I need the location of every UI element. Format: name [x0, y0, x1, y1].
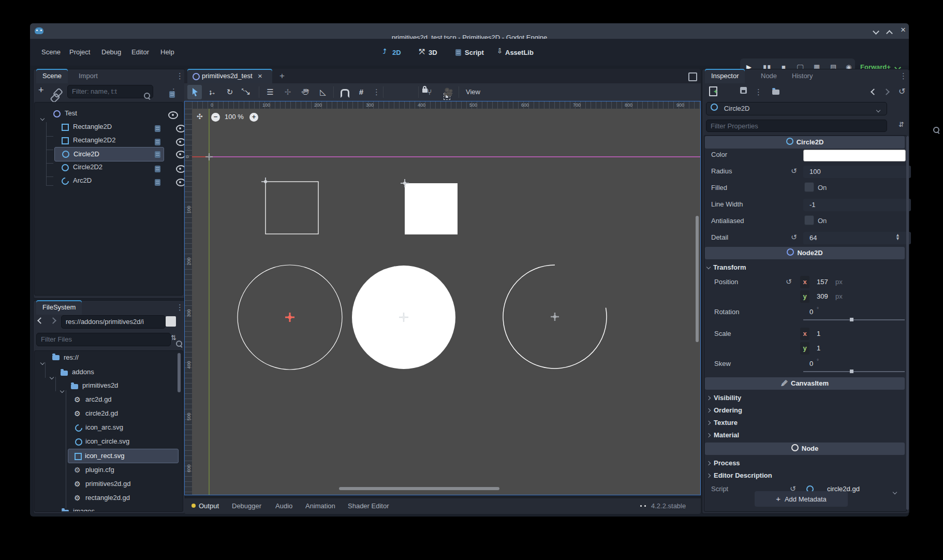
focus-selection-icon[interactable]: ✣: [197, 112, 203, 121]
script-attached-icon[interactable]: [155, 166, 160, 172]
rotation-slider[interactable]: [803, 319, 905, 320]
load-resource-icon[interactable]: [772, 90, 779, 95]
menu-help[interactable]: Help: [158, 46, 176, 58]
fs-back-icon[interactable]: [38, 317, 43, 325]
scale-tool-icon[interactable]: ↘↖: [242, 85, 253, 99]
tab-filesystem[interactable]: FileSystem: [36, 300, 82, 315]
tab-history[interactable]: History: [786, 69, 819, 83]
fs-row-rectangle2d-gd[interactable]: ⚙ rectangle2d.gd: [35, 491, 183, 505]
filled-checkbox[interactable]: [804, 182, 814, 192]
save-icon[interactable]: [740, 87, 747, 94]
object-history-icon[interactable]: ↺: [898, 86, 905, 96]
rotation-value[interactable]: 0: [809, 308, 813, 316]
circle2d-selected-gizmo[interactable]: [285, 313, 294, 322]
section-node[interactable]: Node: [705, 443, 905, 455]
rectangle2d2-shape[interactable]: [405, 183, 458, 234]
skew-slider[interactable]: [803, 371, 905, 372]
tab-import[interactable]: Import: [72, 69, 104, 83]
fs-row-icon-arc-svg[interactable]: icon_arc.svg: [35, 421, 183, 434]
group-editor-description[interactable]: Editor Description: [707, 469, 772, 482]
minimize-icon[interactable]: [874, 27, 880, 34]
scene-filter-input[interactable]: Filter: name, t:t: [67, 85, 153, 98]
bottom-tab-shader-editor[interactable]: Shader Editor: [348, 498, 389, 514]
fs-sort-icon[interactable]: ⇅: [171, 334, 176, 342]
bottom-tab-debugger[interactable]: Debugger: [232, 498, 261, 514]
menu-project[interactable]: Project: [67, 46, 92, 58]
switcher-assetlib[interactable]: AssetLib: [505, 47, 534, 58]
maximize-icon[interactable]: [887, 30, 893, 36]
history-forward-icon[interactable]: [884, 88, 889, 96]
section-node2d[interactable]: Node2D: [705, 247, 905, 259]
scale-x-value[interactable]: 1: [817, 330, 820, 337]
position-x-value[interactable]: 157: [817, 278, 828, 286]
canvas-vscrollbar[interactable]: [696, 216, 699, 342]
inspector-toolbar-menu-icon[interactable]: ⋮: [755, 89, 762, 96]
canvas-hscrollbar[interactable]: [339, 487, 499, 490]
zoom-level[interactable]: 100 %: [225, 113, 244, 121]
fs-scrollbar[interactable]: [178, 353, 181, 392]
fs-forward-icon[interactable]: [51, 317, 55, 325]
scene-tree-menu-icon[interactable]: ⋮: [170, 88, 178, 95]
arc2d-position-gizmo[interactable]: [551, 313, 559, 321]
switcher-3d[interactable]: 3D: [429, 47, 437, 58]
list-select-tool-icon[interactable]: ☰: [265, 85, 275, 99]
fs-row-plugin-cfg[interactable]: ⚙ plugin.cfg: [35, 463, 183, 477]
skew-value[interactable]: 0: [809, 360, 813, 367]
group-ordering[interactable]: Ordering: [707, 404, 742, 417]
detail-spinner-icon[interactable]: ▲▼: [895, 233, 900, 241]
menu-scene[interactable]: Scene: [39, 46, 63, 58]
inspector-dock-menu-icon[interactable]: ⋮: [900, 72, 907, 80]
radius-field[interactable]: 100: [803, 166, 911, 178]
fs-path-input[interactable]: res://addons/primitives2d/i: [61, 315, 166, 329]
script-attached-icon[interactable]: [155, 151, 160, 158]
skew-slider-handle[interactable]: [850, 370, 853, 373]
fs-row-primitives2d[interactable]: primitives2d: [35, 379, 183, 392]
tree-row-rectangle2d[interactable]: Rectangle2D: [35, 120, 183, 134]
rectangle2d-shape[interactable]: [266, 182, 318, 234]
script-chevron-icon[interactable]: [893, 488, 896, 495]
fs-row-images[interactable]: images: [35, 505, 183, 511]
tree-row-rectangle2d2[interactable]: Rectangle2D2: [35, 134, 183, 147]
switcher-script[interactable]: Script: [465, 47, 484, 58]
snap-options-icon[interactable]: ⋮: [373, 89, 380, 96]
bottom-tab-animation[interactable]: Animation: [305, 498, 335, 514]
zoom-in-button[interactable]: +: [249, 113, 258, 122]
position-y-value[interactable]: 309: [817, 292, 828, 300]
switcher-2d[interactable]: 2D: [392, 47, 401, 58]
expand-viewport-icon[interactable]: [688, 72, 697, 81]
line-width-field[interactable]: -1: [803, 199, 911, 211]
inspector-scrollbar[interactable]: [906, 136, 909, 510]
bottom-tab-audio[interactable]: Audio: [275, 498, 292, 514]
ruler-tool-icon[interactable]: ◺: [318, 85, 328, 99]
antialiased-checkbox[interactable]: [804, 215, 814, 225]
scene-dock-menu-icon[interactable]: ⋮: [176, 72, 184, 80]
script-attached-icon[interactable]: [155, 125, 160, 132]
fs-row-arc2d-gd[interactable]: ⚙ arc2d.gd: [35, 393, 183, 406]
tree-row-arc2d[interactable]: Arc2D: [35, 174, 183, 187]
filter-properties-input[interactable]: Filter Properties: [706, 120, 887, 132]
visibility-eye-icon[interactable]: [168, 111, 178, 119]
menu-editor[interactable]: Editor: [129, 46, 151, 58]
skeleton-options-icon[interactable]: ⑂: [424, 85, 435, 99]
node-selector-chevron-icon[interactable]: [877, 106, 880, 113]
section-circle2d[interactable]: Circle2D: [705, 136, 905, 149]
group-texture[interactable]: Texture: [707, 417, 738, 429]
fs-filter-input[interactable]: Filter Files: [36, 333, 171, 346]
tree-row-circle2d2[interactable]: Circle2D2: [35, 160, 183, 174]
tab-inspector[interactable]: Inspector: [705, 69, 745, 83]
property-tools-icon[interactable]: ⇵: [898, 121, 904, 128]
revert-position-icon[interactable]: ↺: [786, 277, 792, 286]
canvas-viewport[interactable]: [192, 109, 700, 495]
view-menu[interactable]: View: [466, 85, 480, 99]
zoom-out-button[interactable]: −: [211, 113, 220, 122]
revert-radius-icon[interactable]: ↺: [791, 167, 797, 175]
new-resource-icon[interactable]: +: [709, 86, 717, 96]
script-attached-icon[interactable]: [155, 179, 160, 186]
grid-snap-icon[interactable]: #: [356, 85, 366, 99]
title-bar[interactable]: primitives2d_test.tscn - Primitives2D - …: [30, 23, 909, 39]
add-node-button[interactable]: +: [38, 85, 44, 96]
tab-node[interactable]: Node: [755, 69, 783, 83]
scale-y-value[interactable]: 1: [817, 344, 820, 352]
new-scene-tab-button[interactable]: +: [279, 69, 285, 83]
camera-override-icon[interactable]: 🎥: [443, 85, 453, 99]
